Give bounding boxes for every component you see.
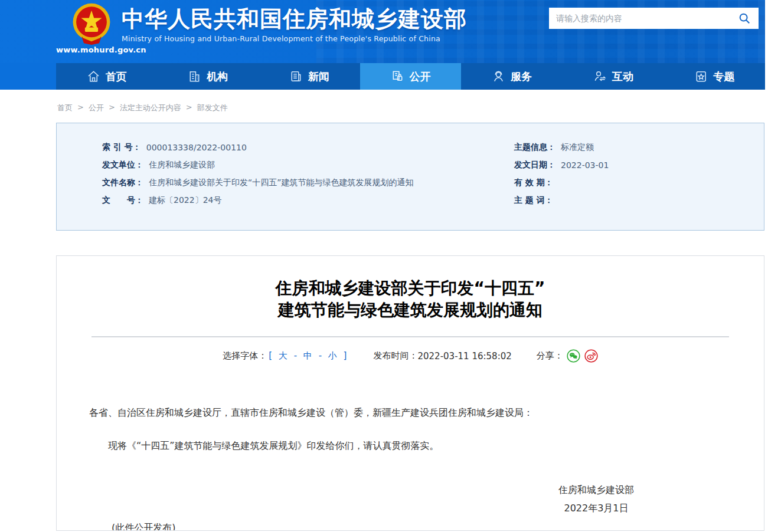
search-box[interactable]	[549, 8, 759, 29]
nav-item-label: 服务	[511, 70, 532, 84]
info-row-index-number: 索 引 号： 000013338/2022-00110	[102, 139, 514, 156]
info-row-validity: 有 效 期：	[514, 174, 764, 192]
document-title-line2: 建筑节能与绿色建筑发展规划的通知	[57, 299, 764, 321]
article-meta-bar: 选择字体： [ 大 - 中 - 小 ] 发布时间： 2022-03-11 16:…	[57, 349, 764, 363]
nav-item-organization[interactable]: 机构	[158, 63, 259, 90]
info-value: 住房和城乡建设部	[149, 160, 215, 170]
info-row-keywords: 主 题 词：	[514, 192, 764, 209]
nav-band: 首页 机构 新闻 公开	[0, 63, 765, 90]
info-row-document-number: 文 号： 建标〔2022〕24号	[102, 192, 514, 209]
info-label: 文件名称：	[102, 178, 143, 188]
wechat-share-icon[interactable]	[567, 349, 580, 363]
nav-item-news[interactable]: 新闻	[259, 63, 360, 90]
breadcrumb-item-ministry-documents[interactable]: 部发文件	[197, 103, 228, 113]
info-value: 标准定额	[561, 142, 594, 153]
info-row-document-name: 文件名称： 住房和城乡建设部关于印发“十四五”建筑节能与绿色建筑发展规划的通知	[102, 174, 514, 192]
document-body: 各省、自治区住房和城乡建设厅，直辖市住房和城乡建设（管）委，新疆生产建设兵团住房…	[89, 405, 731, 454]
font-size-selector: [ 大 - 中 - 小 ]	[267, 350, 348, 362]
home-icon	[87, 70, 100, 83]
nav-item-service[interactable]: 服务	[461, 63, 563, 90]
publish-time-label: 发布时间：	[373, 350, 417, 362]
nav-item-label: 专题	[713, 70, 734, 84]
nav-item-label: 新闻	[308, 70, 329, 84]
national-emblem-icon	[69, 2, 114, 45]
info-label: 文 号：	[102, 195, 143, 206]
share-label: 分享：	[537, 350, 563, 362]
breadcrumb-item-statutory-content[interactable]: 法定主动公开内容	[120, 103, 181, 113]
site-url: www.mohurd.gov.cn	[56, 45, 127, 54]
nav-item-home[interactable]: 首页	[56, 63, 158, 90]
signature-date: 2022年3月1日	[558, 499, 634, 517]
info-value: 住房和城乡建设部关于印发“十四五”建筑节能与绿色建筑发展规划的通知	[149, 178, 414, 188]
page: www.mohurd.gov.cn 中华人民共和国住房和城乡建设部 Minist…	[0, 0, 768, 532]
main-nav: 首页 机构 新闻 公开	[56, 63, 765, 90]
info-value: 000013338/2022-00110	[146, 143, 247, 152]
nav-item-label: 公开	[410, 70, 431, 84]
info-value: 2022-03-01	[561, 160, 609, 170]
organization-icon	[188, 70, 201, 83]
info-label: 主 题 词：	[514, 195, 553, 206]
info-label: 发文日期：	[514, 160, 555, 170]
paragraph-main: 现将《“十四五”建筑节能与绿色建筑发展规划》印发给你们，请认真贯彻落实。	[89, 438, 731, 454]
publish-time-value: 2022-03-11 16:58:02	[417, 351, 511, 362]
font-size-separator: -	[294, 350, 297, 361]
info-row-issue-date: 发文日期： 2022-03-01	[514, 156, 764, 174]
nav-item-label: 机构	[207, 70, 228, 84]
breadcrumb-separator: >	[186, 103, 192, 113]
document-title: 住房和城乡建设部关于印发“十四五” 建筑节能与绿色建筑发展规划的通知	[57, 277, 764, 321]
nav-item-interaction[interactable]: 互动	[563, 63, 664, 90]
document-title-line1: 住房和城乡建设部关于印发“十四五”	[57, 277, 764, 299]
site-title: 中华人民共和国住房和城乡建设部	[122, 5, 467, 32]
info-row-topic-info: 主题信息： 标准定额	[514, 139, 764, 156]
news-icon	[289, 70, 303, 83]
topic-icon	[694, 70, 708, 83]
font-size-selector-label: 选择字体：	[223, 350, 267, 362]
info-label: 有 效 期：	[514, 178, 553, 188]
public-release-note: (此件公开发布)	[112, 522, 764, 531]
interaction-icon	[593, 70, 607, 83]
signature-org: 住房和城乡建设部	[558, 481, 634, 499]
font-size-large-link[interactable]: 大	[279, 350, 287, 361]
info-value: 建标〔2022〕24号	[149, 195, 221, 206]
weibo-share-icon[interactable]	[584, 349, 598, 363]
breadcrumb-item-disclosure[interactable]: 公开	[89, 103, 104, 113]
breadcrumb-item-home[interactable]: 首页	[57, 103, 73, 113]
nav-item-label: 互动	[612, 70, 633, 84]
disclosure-icon	[391, 70, 404, 83]
service-icon	[492, 70, 505, 83]
nav-item-disclosure[interactable]: 公开	[360, 63, 462, 90]
font-size-small-link[interactable]: 小	[328, 350, 337, 361]
info-label: 发文单位：	[102, 160, 143, 170]
document-info-box: 索 引 号： 000013338/2022-00110 发文单位： 住房和城乡建…	[56, 123, 764, 231]
breadcrumb: 首页 > 公开 > 法定主动公开内容 > 部发文件	[57, 90, 768, 123]
breadcrumb-separator: >	[109, 103, 115, 113]
breadcrumb-separator: >	[77, 103, 84, 113]
bracket-close: ]	[344, 350, 347, 361]
bracket-open: [	[269, 350, 272, 361]
title-divider	[91, 336, 729, 337]
info-label: 索 引 号：	[102, 142, 141, 153]
font-size-separator: -	[319, 350, 322, 361]
search-input[interactable]	[556, 14, 737, 23]
signature-block: 住房和城乡建设部 2022年3月1日	[57, 481, 764, 517]
info-row-issuing-unit: 发文单位： 住房和城乡建设部	[102, 156, 514, 174]
nav-item-topic[interactable]: 专题	[664, 63, 765, 90]
info-label: 主题信息：	[514, 142, 555, 153]
nav-item-label: 首页	[106, 70, 127, 84]
site-header: www.mohurd.gov.cn 中华人民共和国住房和城乡建设部 Minist…	[0, 0, 765, 63]
site-title-english: Ministry of Housing and Urban-Rural Deve…	[122, 34, 467, 43]
font-size-medium-link[interactable]: 中	[303, 350, 312, 361]
search-icon[interactable]	[737, 11, 751, 25]
paragraph-addressees: 各省、自治区住房和城乡建设厅，直辖市住房和城乡建设（管）委，新疆生产建设兵团住房…	[89, 405, 731, 421]
article-card: 住房和城乡建设部关于印发“十四五” 建筑节能与绿色建筑发展规划的通知 选择字体：…	[56, 255, 764, 531]
